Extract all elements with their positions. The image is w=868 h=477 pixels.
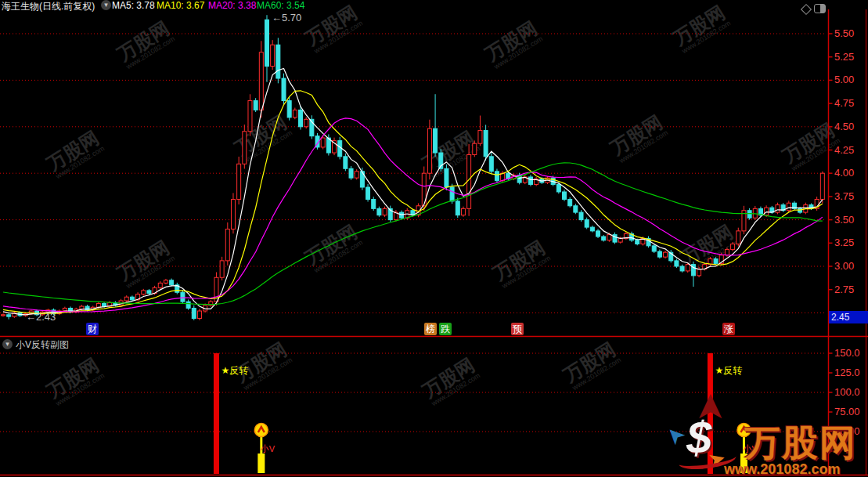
price-axis-label: 2.75: [834, 284, 854, 296]
price-axis-label: 3.75: [834, 190, 854, 203]
quick-link-3[interactable]: 跌: [439, 323, 452, 335]
indicator-axis-label: 125.0: [834, 367, 860, 379]
indicator-axis-label: 50.00: [834, 425, 860, 438]
reversal-signal-label: ★反转: [221, 364, 248, 378]
quick-link-2[interactable]: 榜: [424, 323, 437, 335]
subpanel-title: 小V反转副图: [16, 338, 69, 352]
price-axis-label: 5.50: [834, 27, 854, 40]
price-axis-label: 3.50: [834, 214, 854, 226]
quick-link-1[interactable]: 财: [86, 323, 99, 335]
price-axis-label: 3.00: [834, 260, 854, 273]
subpanel-chevron-down-icon[interactable]: ▾: [2, 339, 13, 349]
indicator-axis-label: 150.0: [834, 347, 860, 360]
stock-app-window: { "header": { "title": "海王生物(日线.前复权)", "…: [0, 0, 868, 477]
price-axis-label: 3.25: [834, 237, 854, 249]
price-badge: 2.45: [829, 311, 868, 323]
low-price-annotation: ←2.43: [26, 311, 56, 323]
indicator-axis-label: 75.00: [834, 406, 860, 418]
main-chart-canvas[interactable]: [0, 0, 868, 477]
quick-link-4[interactable]: 预: [511, 323, 524, 335]
header-bar: 海王生物(日线.前复权) ▾ MA5: 3.78MA10: 3.67MA20: …: [0, 0, 868, 10]
ma-label: MA10: 3.67: [157, 0, 204, 11]
ma-label: MA60: 3.54: [257, 0, 304, 11]
ma-label: MA5: 3.78: [112, 0, 155, 11]
stock-title: 海王生物(日线.前复权): [2, 0, 95, 13]
small-v-signal-label: 小V: [743, 443, 757, 455]
indicator-axis-label: 100.0: [834, 386, 860, 399]
panel-toggle-icon[interactable]: [814, 4, 826, 13]
ma-label: MA20: 3.38: [208, 0, 256, 11]
high-price-annotation: ←5.70: [272, 12, 301, 23]
small-v-signal-label: 小V: [261, 443, 275, 455]
price-axis-label: 4.75: [834, 97, 854, 110]
price-axis-label: 4.25: [834, 144, 854, 157]
reversal-signal-label: ★反转: [715, 364, 742, 378]
price-axis-label: 4.00: [834, 167, 854, 179]
price-axis-label: 4.50: [834, 121, 854, 133]
chevron-down-icon[interactable]: ▾: [101, 0, 111, 10]
quick-link-5[interactable]: 涨: [722, 323, 735, 335]
price-axis-label: 5.00: [834, 74, 854, 86]
price-axis-label: 5.25: [834, 51, 854, 63]
